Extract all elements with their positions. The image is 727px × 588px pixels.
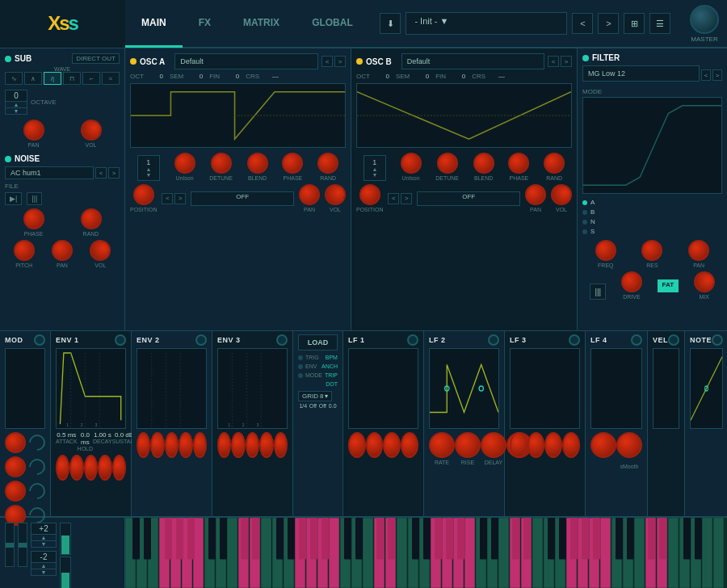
sub-octave-up[interactable]: ▲: [6, 101, 27, 107]
osc-a-wave-prev[interactable]: <: [321, 56, 333, 67]
osc-b-pan-knob[interactable]: [525, 184, 546, 205]
lf1-smooth-knob[interactable]: [401, 432, 418, 458]
osc-a-pan-knob[interactable]: [299, 184, 320, 205]
osc-a-phase-knob[interactable]: [282, 153, 303, 174]
osc-a-wave-select[interactable]: Default: [174, 53, 318, 69]
filter-eq-btn[interactable]: |||: [590, 284, 606, 300]
env1-decay-knob[interactable]: [84, 455, 98, 481]
lf2-toggle[interactable]: [488, 334, 499, 346]
noise-bars-btn[interactable]: |||: [27, 192, 42, 205]
osc-b-off-prev[interactable]: <: [388, 193, 399, 204]
osc-a-rand-knob[interactable]: [317, 153, 338, 174]
osc-b-wave-select[interactable]: Default: [401, 53, 544, 69]
filter-pan-knob[interactable]: [688, 240, 709, 261]
osc-b-off-next[interactable]: >: [401, 193, 412, 204]
osc-b-rand-knob[interactable]: [544, 153, 565, 174]
env2-decay-knob[interactable]: [165, 432, 179, 458]
env3-decay-knob[interactable]: [246, 432, 259, 458]
noise-pitch-knob[interactable]: [14, 240, 35, 261]
mod-knob-3[interactable]: [5, 481, 26, 502]
wave-tri[interactable]: ∧: [24, 72, 42, 85]
osc-a-off-select[interactable]: OFF: [191, 191, 294, 206]
osc-b-voice-down[interactable]: ▼: [372, 172, 377, 178]
preset-select[interactable]: - Init - ▼: [406, 12, 567, 35]
env2-hold-knob[interactable]: [150, 432, 164, 458]
osc-a-off-next[interactable]: >: [174, 193, 186, 204]
preset-menu-btn[interactable]: ☰: [649, 13, 670, 34]
osc-a-off-prev[interactable]: <: [162, 193, 173, 204]
osc-a-blend-knob[interactable]: [247, 153, 268, 174]
env2-attack-knob[interactable]: [137, 432, 150, 458]
oct-up-down[interactable]: ▼: [32, 540, 56, 547]
env3-attack-knob[interactable]: [217, 432, 231, 458]
osc-b-detune-knob[interactable]: [437, 153, 458, 174]
piano-keyboard[interactable]: // rendered via SVG directly: [125, 518, 727, 588]
noise-phase-knob[interactable]: [23, 208, 44, 229]
sub-octave-stepper[interactable]: 0 ▲ ▼: [5, 90, 27, 115]
noise-next[interactable]: >: [108, 167, 120, 178]
filter-preset-select[interactable]: MG Low 12: [582, 65, 700, 82]
env2-release-knob[interactable]: [193, 432, 207, 458]
env1-hold-knob[interactable]: [69, 455, 83, 481]
lf2-rate-knob[interactable]: [429, 432, 455, 458]
preset-next-btn[interactable]: >: [598, 13, 619, 34]
lf3-delay-knob[interactable]: [544, 432, 562, 458]
filter-mix-knob[interactable]: [692, 270, 716, 294]
lf3-rise-knob[interactable]: [527, 432, 545, 458]
noise-play-btn[interactable]: ▶|: [5, 192, 22, 205]
osc-b-pos-knob[interactable]: [359, 184, 380, 205]
mod-knob-2[interactable]: [5, 456, 26, 477]
lf1-toggle[interactable]: [407, 334, 418, 346]
oct-down-down[interactable]: ▼: [32, 569, 56, 575]
noise-vol-knob[interactable]: [88, 238, 112, 262]
pitch-bend-slider[interactable]: [5, 523, 15, 567]
osc-b-wave-prev[interactable]: <: [548, 56, 559, 67]
note-toggle[interactable]: [712, 334, 723, 346]
env2-toggle[interactable]: [195, 334, 207, 346]
env2-sustain-knob[interactable]: [179, 432, 192, 458]
tab-matrix[interactable]: MATRIX: [227, 0, 296, 48]
load-btn[interactable]: LOAD: [298, 334, 338, 351]
env1-sustain-knob[interactable]: [98, 455, 111, 481]
sub-vol-knob[interactable]: [78, 118, 103, 142]
env1-release-knob[interactable]: [112, 455, 126, 481]
lf3-rate-knob[interactable]: [510, 432, 527, 458]
wave-sine[interactable]: ∿: [5, 72, 23, 85]
filter-preset-prev[interactable]: <: [701, 69, 711, 81]
lf4-rate-knob[interactable]: [590, 432, 616, 458]
filter-freq-knob[interactable]: [595, 240, 616, 261]
env3-release-knob[interactable]: [274, 432, 288, 458]
mod-knob-1[interactable]: [5, 432, 26, 453]
lf1-delay-knob[interactable]: [383, 432, 401, 458]
sub-pan-knob[interactable]: [23, 120, 44, 141]
wave-noise[interactable]: ≈: [102, 72, 120, 85]
env3-hold-knob[interactable]: [231, 432, 245, 458]
octave-down-stepper[interactable]: -2 ▲ ▼: [31, 551, 57, 576]
tab-fx[interactable]: FX: [183, 0, 227, 48]
filter-res-knob[interactable]: [641, 240, 662, 261]
lf1-rise-knob[interactable]: [366, 432, 384, 458]
osc-a-voice-down[interactable]: ▼: [145, 172, 151, 178]
osc-a-voice-num[interactable]: 1 ▲ ▼: [137, 155, 160, 181]
mod-toggle[interactable]: [34, 334, 45, 346]
preset-grid-btn[interactable]: ⊞: [624, 13, 645, 34]
tab-main[interactable]: MAIN: [125, 0, 183, 48]
tab-global[interactable]: GLOBAL: [296, 0, 369, 48]
env1-attack-knob[interactable]: [56, 455, 69, 481]
grid-btn[interactable]: GRID 8▾: [298, 391, 332, 401]
filter-drive-knob[interactable]: [621, 271, 642, 292]
osc-b-vol-knob[interactable]: [549, 183, 574, 207]
filter-preset-next[interactable]: >: [712, 69, 722, 81]
osc-b-unison-knob[interactable]: [401, 153, 422, 174]
oct-down-btn[interactable]: ▲: [32, 562, 56, 569]
env3-sustain-knob[interactable]: [259, 432, 273, 458]
osc-b-blend-knob[interactable]: [473, 153, 494, 174]
osc-a-unison-knob[interactable]: [174, 153, 195, 174]
lf3-toggle[interactable]: [569, 334, 580, 346]
noise-pan-knob[interactable]: [52, 240, 73, 261]
preset-download-btn[interactable]: ⬇: [380, 13, 401, 34]
mod-wheel[interactable]: [18, 523, 27, 567]
oct-up-btn[interactable]: ▲: [32, 534, 56, 540]
octave-up-stepper[interactable]: +2 ▲ ▼: [31, 523, 57, 548]
preset-prev-btn[interactable]: <: [572, 13, 593, 34]
